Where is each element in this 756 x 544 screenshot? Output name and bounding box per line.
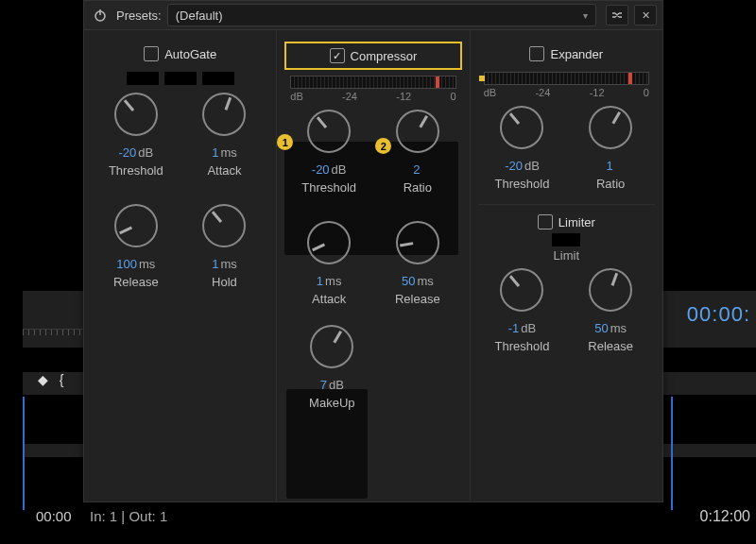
close-icon: ✕: [642, 9, 650, 22]
checkbox-checked-icon: [330, 48, 345, 63]
expander-meter: [484, 72, 649, 85]
link-icon: [610, 9, 624, 21]
limiter-title: Limiter: [558, 215, 595, 230]
expander-toggle[interactable]: Expander: [478, 42, 655, 66]
expander-threshold-knob[interactable]: [500, 106, 543, 149]
limiter-section: Limiter Limit -1dB Threshold 50ms Re: [478, 204, 655, 353]
compressor-ratio-knob[interactable]: [396, 110, 439, 153]
autogate-toggle[interactable]: AutoGate: [92, 42, 268, 66]
limit-label: Limit: [478, 248, 655, 263]
compressor-meter: [290, 76, 455, 89]
link-button[interactable]: [606, 5, 628, 26]
limiter-meter: [552, 233, 580, 246]
expander-section: Expander dB -24 -12 0 -20dB Threshold 1 …: [470, 30, 662, 502]
compressor-makeup-knob[interactable]: [310, 325, 353, 368]
power-icon: [94, 8, 107, 22]
compressor-title: Compressor: [351, 49, 418, 63]
preset-select[interactable]: (Default) ▾: [167, 4, 596, 26]
timecode-display: 00:00:: [687, 302, 750, 327]
limiter-release-knob[interactable]: [589, 268, 632, 312]
meter-labels: dB -24 -12 0: [290, 91, 455, 102]
compressor-section: Compressor dB -24 -12 0 1 2 -20dB Thresh…: [276, 30, 469, 502]
presets-label: Presets:: [116, 8, 162, 23]
dynamics-panel: Presets: (Default) ▾ ✕ AutoGate: [83, 0, 663, 502]
checkbox-icon: [529, 46, 544, 61]
playhead-marker: ◆ {: [38, 372, 63, 387]
autogate-meter: [92, 72, 268, 85]
autogate-hold-knob[interactable]: [202, 204, 246, 247]
checkbox-icon: [538, 214, 553, 230]
limiter-threshold-knob[interactable]: [500, 268, 543, 312]
compressor-threshold-knob[interactable]: [307, 110, 351, 153]
autogate-section: AutoGate -20dB Threshold 1ms Attack: [84, 30, 276, 502]
expander-title: Expander: [550, 47, 603, 61]
in-out-display: In: 1 | Out: 1: [90, 508, 167, 524]
chevron-down-icon: ▾: [583, 10, 588, 21]
autogate-title: AutoGate: [164, 47, 216, 61]
preset-value: (Default): [176, 8, 223, 23]
timecode-start: 00:00: [36, 508, 72, 524]
timecode-end: 0:12:00: [700, 508, 750, 525]
compressor-attack-knob[interactable]: [307, 221, 351, 264]
limiter-toggle[interactable]: Limiter: [478, 214, 655, 230]
compressor-release-knob[interactable]: [396, 221, 439, 264]
close-button[interactable]: ✕: [634, 5, 657, 26]
expander-ratio-knob[interactable]: [589, 106, 632, 149]
power-button[interactable]: [90, 5, 111, 26]
compressor-toggle[interactable]: Compressor: [284, 42, 461, 70]
autogate-release-knob[interactable]: [114, 204, 158, 247]
meter-labels: dB -24 -12 0: [484, 87, 649, 98]
autogate-attack-knob[interactable]: [202, 93, 246, 136]
checkbox-icon: [144, 46, 159, 61]
autogate-threshold-knob[interactable]: [114, 93, 158, 136]
